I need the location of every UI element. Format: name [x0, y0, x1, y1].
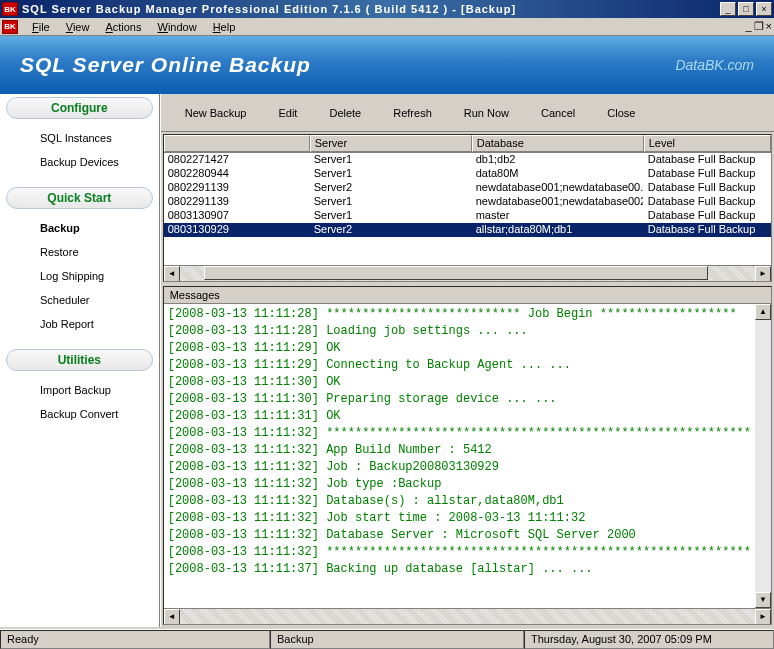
table-cell: Database Full Backup: [644, 223, 771, 237]
table-row[interactable]: 0802280944Server1data80MDatabase Full Ba…: [164, 167, 771, 181]
scroll-right-icon[interactable]: ►: [755, 266, 771, 282]
sidebar-section-utilities: Utilities Import Backup Backup Convert: [0, 346, 159, 436]
sidebar-item-import-backup[interactable]: Import Backup: [0, 378, 159, 402]
messages-header: Messages: [164, 287, 771, 304]
menu-view[interactable]: View: [58, 20, 98, 34]
run-now-button[interactable]: Run Now: [450, 103, 523, 123]
mdi-close-button[interactable]: ×: [766, 20, 772, 33]
sidebar-header-configure[interactable]: Configure: [6, 97, 153, 119]
msg-scroll-right-icon[interactable]: ►: [755, 609, 771, 625]
sidebar-item-backup[interactable]: Backup: [0, 216, 159, 240]
menu-file[interactable]: File: [24, 20, 58, 34]
delete-button[interactable]: Delete: [315, 103, 375, 123]
status-mode: Backup: [270, 630, 524, 649]
table-header: Server Database Level: [164, 135, 771, 153]
msg-scroll-track[interactable]: [180, 609, 755, 624]
table-cell: Database Full Backup: [644, 181, 771, 195]
messages-vscroll[interactable]: ▲ ▼: [755, 304, 771, 608]
scroll-left-icon[interactable]: ◄: [164, 266, 180, 282]
sidebar-item-sql-instances[interactable]: SQL Instances: [0, 126, 159, 150]
mdi-minimize-button[interactable]: _: [745, 20, 751, 33]
log-line: [2008-03-13 11:11:32] Database(s) : alls…: [168, 493, 751, 510]
th-id[interactable]: [164, 135, 310, 152]
table-row[interactable]: 0802291139Server2newdatabase001;newdatab…: [164, 181, 771, 195]
sidebar-item-backup-convert[interactable]: Backup Convert: [0, 402, 159, 426]
th-level[interactable]: Level: [644, 135, 771, 152]
log-line: [2008-03-13 11:11:31] OK: [168, 408, 751, 425]
status-ready: Ready: [0, 630, 270, 649]
table-row[interactable]: 0803130907Server1masterDatabase Full Bac…: [164, 209, 771, 223]
mdi-icon: BK: [2, 20, 18, 34]
table-cell: data80M: [472, 167, 644, 181]
table-body: 0802271427Server1db1;db2Database Full Ba…: [164, 153, 771, 237]
edit-button[interactable]: Edit: [264, 103, 311, 123]
table-cell: Server1: [310, 209, 472, 223]
log-line: [2008-03-13 11:11:32] ******************…: [168, 425, 751, 442]
menu-window[interactable]: Window: [150, 20, 205, 34]
app-icon: BK: [2, 2, 18, 16]
table-cell: newdatabase001;newdatabase00...: [472, 181, 644, 195]
sidebar-item-log-shipping[interactable]: Log Shipping: [0, 264, 159, 288]
statusbar: Ready Backup Thursday, August 30, 2007 0…: [0, 629, 774, 649]
log-line: [2008-03-13 11:11:29] Connecting to Back…: [168, 357, 751, 374]
table-cell: Server2: [310, 223, 472, 237]
sidebar-item-backup-devices[interactable]: Backup Devices: [0, 150, 159, 174]
sidebar-header-utilities[interactable]: Utilities: [6, 349, 153, 371]
messages-hscroll[interactable]: ◄ ►: [164, 608, 771, 624]
table-cell: Server2: [310, 181, 472, 195]
table-cell: 0803130907: [164, 209, 310, 223]
table-cell: db1;db2: [472, 153, 644, 167]
toolbar: New Backup Edit Delete Refresh Run Now C…: [161, 94, 774, 132]
log-line: [2008-03-13 11:11:28] Loading job settin…: [168, 323, 751, 340]
scroll-down-icon[interactable]: ▼: [755, 592, 771, 608]
close-button[interactable]: ×: [756, 2, 772, 16]
menu-actions[interactable]: Actions: [97, 20, 149, 34]
window-buttons: _ □ ×: [720, 2, 772, 16]
new-backup-button[interactable]: New Backup: [171, 103, 261, 123]
messages-panel: Messages [2008-03-13 11:11:28] *********…: [163, 286, 772, 625]
table-cell: allstar;data80M;db1: [472, 223, 644, 237]
sidebar-header-quickstart[interactable]: Quick Start: [6, 187, 153, 209]
content-area: New Backup Edit Delete Refresh Run Now C…: [160, 94, 774, 627]
table-cell: 0802291139: [164, 195, 310, 209]
refresh-button[interactable]: Refresh: [379, 103, 446, 123]
log-line: [2008-03-13 11:11:32] Job start time : 2…: [168, 510, 751, 527]
sidebar-item-scheduler[interactable]: Scheduler: [0, 288, 159, 312]
sidebar-item-job-report[interactable]: Job Report: [0, 312, 159, 336]
log-line: [2008-03-13 11:11:37] Backing up databas…: [168, 561, 751, 578]
messages-body: [2008-03-13 11:11:28] ******************…: [164, 304, 755, 608]
header-banner: SQL Server Online Backup DataBK.com: [0, 36, 774, 94]
vscroll-track[interactable]: [755, 320, 771, 592]
table-cell: Database Full Backup: [644, 209, 771, 223]
table-row[interactable]: 0803130929Server2allstar;data80M;db1Data…: [164, 223, 771, 237]
mdi-restore-button[interactable]: ❐: [754, 20, 764, 33]
table-cell: Database Full Backup: [644, 167, 771, 181]
mdi-window-buttons: _ ❐ ×: [745, 20, 772, 33]
cancel-button[interactable]: Cancel: [527, 103, 589, 123]
horizontal-scrollbar[interactable]: ◄ ►: [164, 265, 771, 281]
minimize-button[interactable]: _: [720, 2, 736, 16]
log-line: [2008-03-13 11:11:28] ******************…: [168, 306, 751, 323]
table-cell: Database Full Backup: [644, 195, 771, 209]
banner-brand: DataBK.com: [675, 57, 754, 73]
sidebar-item-restore[interactable]: Restore: [0, 240, 159, 264]
log-line: [2008-03-13 11:11:30] OK: [168, 374, 751, 391]
log-line: [2008-03-13 11:11:29] OK: [168, 340, 751, 357]
table-cell: Server1: [310, 153, 472, 167]
scroll-up-icon[interactable]: ▲: [755, 304, 771, 320]
log-line: [2008-03-13 11:11:32] Job : Backup200803…: [168, 459, 751, 476]
scroll-thumb[interactable]: [204, 266, 708, 280]
table-row[interactable]: 0802271427Server1db1;db2Database Full Ba…: [164, 153, 771, 167]
menu-help[interactable]: Help: [205, 20, 244, 34]
maximize-button[interactable]: □: [738, 2, 754, 16]
th-server[interactable]: Server: [310, 135, 472, 152]
log-line: [2008-03-13 11:11:32] ******************…: [168, 544, 751, 561]
table-row[interactable]: 0802291139Server1newdatabase001;newdatab…: [164, 195, 771, 209]
th-database[interactable]: Database: [472, 135, 644, 152]
msg-scroll-left-icon[interactable]: ◄: [164, 609, 180, 625]
scroll-track[interactable]: [180, 266, 755, 281]
close-button-toolbar[interactable]: Close: [593, 103, 649, 123]
table-cell: 0802291139: [164, 181, 310, 195]
log-line: [2008-03-13 11:11:32] Database Server : …: [168, 527, 751, 544]
log-line: [2008-03-13 11:11:30] Preparing storage …: [168, 391, 751, 408]
